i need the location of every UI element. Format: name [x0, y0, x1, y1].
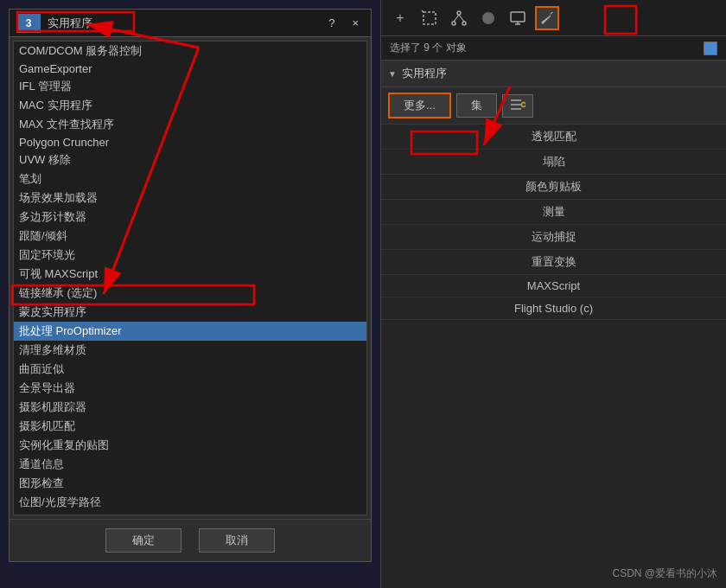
dialog-titlebar: 3 实用程序 ? ×: [10, 10, 371, 37]
list-item[interactable]: 场景效果加载器: [14, 189, 366, 208]
list-item[interactable]: 跟随/倾斜: [14, 227, 366, 246]
list-item[interactable]: GameExporter: [14, 61, 366, 77]
svg-point-1: [457, 11, 461, 15]
utility-list-item[interactable]: MAXScript: [381, 275, 726, 297]
more-button[interactable]: 更多...: [388, 93, 451, 118]
toolbar: +: [381, 0, 726, 36]
utility-list-item[interactable]: 重置变换: [381, 250, 726, 275]
utility-list-item[interactable]: Flight Studio (c): [381, 297, 726, 320]
list-item[interactable]: 曲面近似: [14, 360, 366, 379]
utility-list-item[interactable]: 塌陷: [381, 150, 726, 175]
color-swatch[interactable]: [704, 42, 717, 55]
list-item[interactable]: 摄影机跟踪器: [14, 398, 366, 417]
utility-dialog: 3 实用程序 ? × COM/DCOM 服务器控制GameExporterIFL…: [9, 9, 372, 562]
list-item[interactable]: 笔划: [14, 169, 366, 189]
ok-button[interactable]: 确定: [105, 528, 182, 553]
status-text: 选择了 9 个 对象: [390, 41, 467, 55]
list-item[interactable]: 通道信息: [14, 455, 366, 474]
svg-rect-7: [511, 12, 525, 22]
list-item[interactable]: 图形检查: [14, 474, 366, 493]
app-logo: 3: [16, 14, 41, 33]
section-header[interactable]: ▼ 实用程序: [381, 61, 726, 87]
list-item[interactable]: 可视 MAXScript: [14, 265, 366, 284]
svg-point-2: [452, 22, 455, 25]
svg-point-3: [462, 22, 466, 25]
right-panel: +: [380, 0, 726, 588]
list-item[interactable]: 摄影机匹配: [14, 417, 366, 436]
utility-section: ▼ 实用程序 更多... 集 透视匹配塌陷颜色剪贴板测量运动捕捉重置变换MAXS…: [381, 61, 726, 588]
section-buttons: 更多... 集: [381, 87, 726, 125]
cancel-button[interactable]: 取消: [199, 528, 275, 553]
help-button[interactable]: ?: [323, 15, 340, 31]
utility-list-item[interactable]: 透视匹配: [381, 125, 726, 150]
wrench-icon[interactable]: [535, 6, 559, 30]
list-item[interactable]: 文件链接管理器: [14, 512, 366, 515]
dialog-title-left: 3 实用程序: [16, 14, 92, 33]
list-item[interactable]: 全景导出器: [14, 379, 366, 398]
list-item[interactable]: 固定环境光: [14, 246, 366, 265]
list-item[interactable]: COM/DCOM 服务器控制: [14, 42, 366, 61]
select-rect-icon[interactable]: [417, 6, 442, 30]
watermark: CSDN @爱看书的小沐: [612, 566, 717, 581]
circle-icon[interactable]: [476, 6, 500, 30]
dialog-title: 实用程序: [48, 16, 92, 31]
plus-icon[interactable]: +: [388, 6, 412, 30]
settings-list-button[interactable]: [502, 94, 533, 118]
hierarchy-icon[interactable]: [447, 6, 471, 30]
svg-point-14: [521, 102, 525, 106]
utility-list-item[interactable]: 测量: [381, 200, 726, 225]
list-item[interactable]: 实例化重复的贴图: [14, 436, 366, 455]
svg-point-10: [542, 21, 544, 23]
svg-rect-0: [424, 12, 436, 24]
svg-line-4: [454, 15, 459, 22]
collapse-triangle: ▼: [388, 69, 397, 79]
monitor-icon[interactable]: [506, 6, 530, 30]
list-item[interactable]: Polygon Cruncher: [14, 134, 366, 150]
utility-item-list: 透视匹配塌陷颜色剪贴板测量运动捕捉重置变换MAXScriptFlight Stu…: [381, 125, 726, 320]
utility-list-item[interactable]: 颜色剪贴板: [381, 175, 726, 200]
svg-point-6: [482, 12, 494, 24]
list-item[interactable]: MAX 文件查找程序: [14, 115, 366, 134]
list-item[interactable]: 蒙皮实用程序: [14, 303, 366, 322]
section-title: 实用程序: [402, 66, 447, 81]
list-item[interactable]: 批处理 ProOptimizer: [14, 322, 366, 341]
list-item[interactable]: 位图/光度学路径: [14, 493, 366, 512]
list-item[interactable]: 多边形计数器: [14, 208, 366, 227]
dialog-controls: ? ×: [323, 15, 364, 31]
status-bar: 选择了 9 个 对象: [381, 36, 726, 61]
dialog-footer: 确定 取消: [10, 519, 371, 561]
set-button[interactable]: 集: [456, 93, 497, 118]
utility-list-container[interactable]: COM/DCOM 服务器控制GameExporterIFL 管理器MAC 实用程…: [13, 41, 367, 515]
utility-list-item[interactable]: 运动捕捉: [381, 225, 726, 250]
svg-line-5: [459, 15, 464, 22]
list-item[interactable]: 链接继承 (选定): [14, 284, 366, 303]
list-item[interactable]: MAC 实用程序: [14, 96, 366, 115]
list-item[interactable]: UVW 移除: [14, 150, 366, 169]
list-item[interactable]: 清理多维材质: [14, 341, 366, 360]
list-item[interactable]: IFL 管理器: [14, 77, 366, 96]
close-button[interactable]: ×: [347, 15, 364, 31]
